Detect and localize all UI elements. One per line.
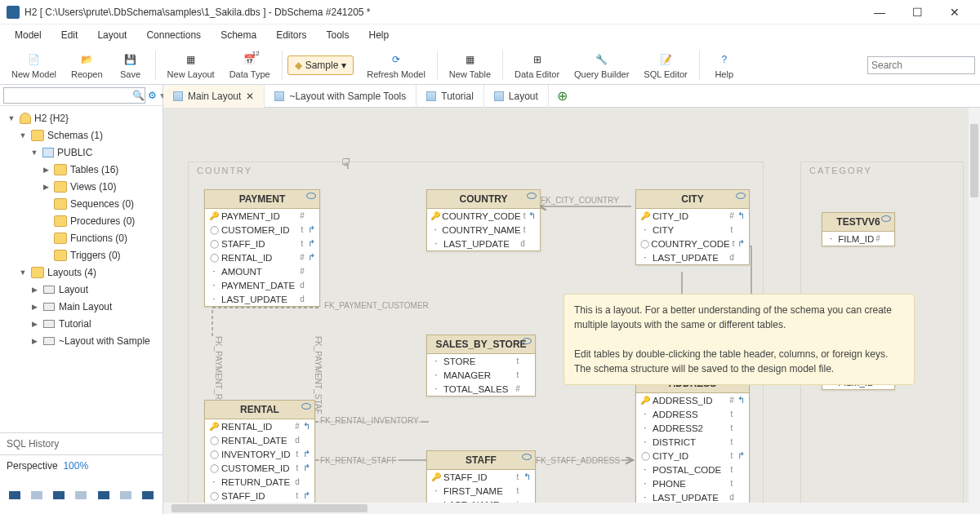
gear-icon[interactable]: ⚙	[148, 90, 157, 101]
search-input[interactable]	[867, 56, 975, 74]
menu-editors[interactable]: Editors	[268, 26, 314, 44]
table-column[interactable]: ◯CUSTOMER_IDt↱	[205, 461, 314, 475]
table-column[interactable]: ◯RENTAL_DATEd	[205, 433, 314, 447]
eye-icon[interactable]	[522, 454, 532, 460]
object-tree[interactable]: ▼H2 {H2} ▼Schemas (1) ▼PUBLIC ▶Tables (1…	[0, 106, 163, 432]
eye-icon[interactable]	[881, 215, 891, 222]
eye-icon[interactable]	[527, 193, 537, 199]
table-column[interactable]: ·ADDRESSt	[636, 407, 749, 421]
table-rental[interactable]: RENTAL🔑RENTAL_ID#↰◯RENTAL_DATEd◯INVENTOR…	[204, 400, 315, 514]
tab-main-layout[interactable]: Main Layout✕	[163, 85, 265, 108]
table-column[interactable]: ·PAYMENT_DATEd	[205, 278, 319, 292]
minimize-button[interactable]: —	[861, 0, 898, 24]
menu-schema[interactable]: Schema	[212, 26, 265, 44]
data-type-button[interactable]: 📅12Data Type	[223, 50, 277, 81]
eye-icon[interactable]	[306, 193, 316, 199]
eye-icon[interactable]	[736, 193, 746, 199]
table-column[interactable]: ·PHONEt	[636, 476, 749, 490]
close-button[interactable]: ✕	[936, 0, 973, 24]
table-header[interactable]: CITY	[636, 190, 749, 209]
tree-schemas[interactable]: ▼Schemas (1)	[0, 126, 163, 144]
table-column[interactable]: ·RETURN_DATEd	[205, 475, 314, 489]
table-column[interactable]: ·POSTAL_CODEt	[636, 463, 749, 476]
table-column[interactable]: ◯STAFF_IDt↱	[205, 489, 314, 503]
table-header[interactable]: STAFF	[427, 451, 535, 470]
tree-views[interactable]: ▶Views (10)	[0, 178, 163, 195]
vertical-scrollbar[interactable]	[969, 108, 980, 514]
table-column[interactable]: ◯INVENTORY_IDt↱	[205, 447, 314, 461]
table-header[interactable]: TESTVV6	[822, 213, 894, 232]
table-city[interactable]: CITY🔑CITY_ID#↰·CITYt◯COUNTRY_CODEt↱·LAST…	[635, 189, 750, 265]
menu-tools[interactable]: Tools	[318, 26, 358, 44]
tree-functions[interactable]: Functions (0)	[0, 229, 163, 246]
table-sales-by-store[interactable]: SALES_BY_STORE·STOREt·MANAGERt·TOTAL_SAL…	[426, 335, 536, 397]
table-column[interactable]: ·TOTAL_SALES#	[427, 382, 535, 396]
tree-procedures[interactable]: Procedures (0)	[0, 212, 163, 229]
table-testvv6[interactable]: TESTVV6·FILM_ID#	[822, 212, 895, 246]
table-country[interactable]: COUNTRY🔑COUNTRY_CODEt↰·COUNTRY_NAMEt·LAS…	[426, 189, 541, 251]
table-column[interactable]: ◯CUSTOMER_IDt↱	[205, 223, 319, 237]
new-table-button[interactable]: ▦New Table	[443, 50, 497, 81]
table-column[interactable]: 🔑CITY_ID#↰	[636, 209, 749, 223]
eye-icon[interactable]	[301, 403, 311, 410]
table-column[interactable]: 🔑PAYMENT_ID#	[205, 209, 319, 223]
table-column[interactable]: ·ADDRESS2t	[636, 421, 749, 435]
tree-db[interactable]: ▼H2 {H2}	[0, 109, 163, 126]
tab-layout[interactable]: Layout	[484, 85, 549, 108]
close-icon[interactable]: ✕	[246, 91, 254, 102]
menu-connections[interactable]: Connections	[138, 26, 209, 44]
table-column[interactable]: ·FIRST_NAMEt	[427, 484, 535, 498]
save-button[interactable]: 💾Save	[111, 50, 150, 81]
table-column[interactable]: ·AMOUNT#	[205, 264, 319, 278]
refresh-model-button[interactable]: ⟳Refresh Model	[360, 50, 432, 81]
tree-layout-item[interactable]: ▶Layout	[0, 281, 163, 298]
table-column[interactable]: ·LAST_UPDATEd	[636, 250, 749, 264]
table-header[interactable]: PAYMENT	[205, 190, 319, 209]
tree-public[interactable]: ▼PUBLIC	[0, 144, 163, 161]
sample-dropdown[interactable]: ◆Sample▾	[287, 55, 354, 75]
table-payment[interactable]: PAYMENT🔑PAYMENT_ID#◯CUSTOMER_IDt↱◯STAFF_…	[204, 189, 320, 307]
tab-sample-tools[interactable]: ~Layout with Sample Tools	[265, 85, 416, 108]
horizontal-scrollbar[interactable]	[163, 503, 969, 514]
table-column[interactable]: ·LAST_UPDATEd	[205, 292, 319, 306]
table-header[interactable]: COUNTRY	[427, 190, 540, 209]
tree-layout-item[interactable]: ▶~Layout with Sample	[0, 332, 163, 349]
minimap[interactable]	[0, 476, 163, 514]
menu-help[interactable]: Help	[361, 26, 398, 44]
sql-history-panel[interactable]: SQL History	[0, 432, 163, 454]
table-column[interactable]: ◯RENTAL_ID#↱	[205, 250, 319, 264]
table-column[interactable]: ·COUNTRY_NAMEt	[427, 223, 540, 237]
table-column[interactable]: 🔑RENTAL_ID#↰	[205, 419, 314, 433]
help-button[interactable]: ?Help	[705, 50, 744, 81]
tree-tables[interactable]: ▶Tables (16)	[0, 161, 163, 178]
tab-tutorial[interactable]: Tutorial	[416, 85, 484, 108]
query-builder-button[interactable]: 🔧Query Builder	[568, 50, 635, 81]
tree-layout-item[interactable]: ▶Main Layout	[0, 298, 163, 315]
menu-layout[interactable]: Layout	[89, 26, 135, 44]
table-column[interactable]: ·LAST_UPDATEd	[427, 237, 540, 250]
tree-triggers[interactable]: Triggers (0)	[0, 246, 163, 264]
reopen-button[interactable]: 📂Reopen	[65, 50, 109, 81]
table-column[interactable]: ◯COUNTRY_CODEt↱	[636, 237, 749, 250]
table-column[interactable]: ·CITYt	[636, 223, 749, 237]
eye-icon[interactable]	[522, 338, 532, 344]
table-column[interactable]: 🔑STAFF_IDt↰	[427, 470, 535, 484]
table-column[interactable]: ·STOREt	[427, 354, 535, 368]
tree-sequences[interactable]: Sequences (0)	[0, 195, 163, 212]
table-column[interactable]: 🔑COUNTRY_CODEt↰	[427, 209, 540, 223]
menu-edit[interactable]: Edit	[53, 26, 87, 44]
table-column[interactable]: ◯CITY_IDt↱	[636, 449, 749, 463]
tree-layouts[interactable]: ▼Layouts (4)	[0, 264, 163, 281]
new-model-button[interactable]: 📄New Model	[5, 50, 63, 81]
table-header[interactable]: RENTAL	[205, 401, 314, 419]
sql-editor-button[interactable]: 📝SQL Editor	[637, 50, 693, 81]
diagram-canvas[interactable]: COUNTRY CATEGORY FK_CITY_COUNTRY FK_PAYM…	[163, 108, 980, 514]
tree-search-input[interactable]	[3, 87, 145, 104]
table-address[interactable]: ADDRESS🔑ADDRESS_ID#↰·ADDRESSt·ADDRESS2t·…	[635, 374, 750, 505]
menu-model[interactable]: Model	[7, 26, 50, 44]
table-header[interactable]: SALES_BY_STORE	[427, 335, 535, 354]
maximize-button[interactable]: ☐	[898, 0, 936, 24]
table-column[interactable]: ·DISTRICTt	[636, 435, 749, 449]
tree-layout-item[interactable]: ▶Tutorial	[0, 315, 163, 332]
add-tab-button[interactable]: ⊕	[549, 88, 576, 104]
